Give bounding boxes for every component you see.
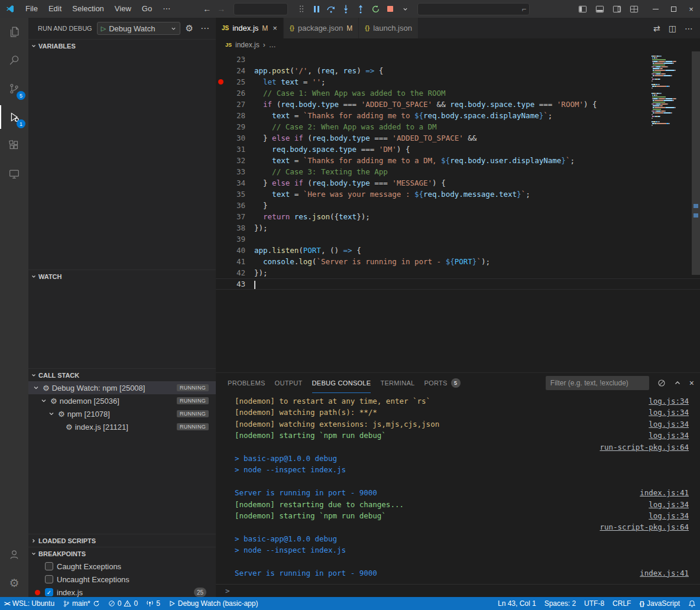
call-stack-session[interactable]: ⚙index.js [21121]RUNNING [28,420,216,433]
git-branch-status[interactable]: main* [59,597,104,610]
console-line[interactable]: [nodemon] watching path(s): **/*log.js:3… [235,407,700,418]
console-line[interactable]: > node --inspect index.js [235,544,700,556]
call-stack-session[interactable]: ⚙nodemon [25036]RUNNING [28,394,216,407]
section-variables[interactable]: VARIABLES [28,39,216,52]
extensions-icon[interactable] [0,131,28,160]
encoding-status[interactable]: UTF-8 [580,597,608,610]
section-breakpoints[interactable]: BREAKPOINTS [28,547,216,560]
code-line-41[interactable]: 41 console.log(`Server is running in por… [216,256,700,267]
console-source-link[interactable]: log.js:34 [649,418,689,430]
clear-console-icon[interactable] [657,379,666,387]
panel-tab-ports[interactable]: PORTS5 [424,373,460,393]
tab-package.json[interactable]: {}package.jsonM [284,18,359,38]
back-arrow-icon[interactable]: ← [203,4,211,14]
menu-go[interactable]: Go [137,2,157,15]
code-line-31[interactable]: 31 req.body.space.type === 'DM') { [216,144,700,155]
start-debugging-icon[interactable]: ▷ [101,25,106,33]
editor-scrollbar[interactable] [692,51,700,275]
debug-gear-icon[interactable]: ⚙ [184,23,195,34]
explorer-icon[interactable] [0,18,28,46]
tab-launch.json[interactable]: {}launch.json [359,18,419,38]
console-line[interactable]: [nodemon] watching extensions: js,mjs,cj… [235,418,700,430]
tab-close-icon[interactable]: × [273,24,277,33]
console-line[interactable]: [nodemon] restarting due to changes...lo… [235,499,700,510]
toolbar-grip-icon[interactable] [296,3,307,15]
minimize-button[interactable] [647,0,665,18]
section-loaded-scripts[interactable]: LOADED SCRIPTS [28,534,216,547]
console-source-link[interactable]: log.js:34 [649,430,689,441]
source-control-icon[interactable]: 5 [0,74,28,103]
breadcrumb-more[interactable]: … [269,41,276,49]
console-line[interactable] [235,476,700,487]
console-line[interactable]: Server is running in port - 9000index.js… [235,567,700,579]
call-stack-session[interactable]: ⚙npm [21078]RUNNING [28,407,216,420]
command-center-search[interactable]: ⌐ [417,3,530,15]
breakpoint-checkbox[interactable]: ✓ [45,588,53,596]
accounts-icon[interactable] [0,540,28,569]
toggle-secondary-sidebar-icon[interactable] [612,5,621,14]
code-line-43[interactable]: 43 [216,278,700,290]
step-out-icon[interactable] [355,3,366,15]
panel-tab-problems[interactable]: PROBLEMS [228,373,265,393]
console-source-link[interactable]: log.js:34 [649,510,689,521]
menu-selection[interactable]: Selection [67,2,109,15]
breakpoint-icon[interactable] [218,79,223,85]
forward-arrow-icon[interactable]: → [217,4,225,14]
notifications-bell[interactable] [684,597,700,610]
breakpoint-checkbox[interactable] [45,575,53,583]
console-line[interactable]: > basic-app@1.0.0 debug [235,533,700,544]
settings-gear-icon[interactable]: ⚙ [0,569,28,597]
code-editor[interactable]: 2324app.post('/', (req, res) => {25 let … [216,51,700,372]
console-source-link[interactable]: run-script-pkg.js:64 [599,521,689,533]
forwarded-ports-status[interactable]: 5 [142,597,164,610]
code-line-30[interactable]: 30 } else if (req.body.type === 'ADDED_T… [216,132,700,144]
editor-more-actions-icon[interactable]: ⋯ [685,24,693,33]
code-line-36[interactable]: 36 } [216,200,700,211]
console-source-link[interactable]: index.js:41 [640,567,689,579]
tab-index.js[interactable]: JSindex.jsM× [216,18,284,38]
maximize-button[interactable] [665,0,682,18]
code-line-40[interactable]: 40app.listen(PORT, () => { [216,245,700,256]
close-button[interactable]: × [682,0,700,18]
breadcrumb-file[interactable]: index.js [235,41,260,49]
code-line-33[interactable]: 33 // Case 3: Texting the App [216,166,700,177]
breakpoint-row[interactable]: Caught Exceptions [28,560,216,573]
maximize-panel-chevron-icon[interactable] [674,379,681,387]
panel-tab-debug-console[interactable]: DEBUG CONSOLE [312,373,371,393]
remote-indicator[interactable]: >< WSL: Ubuntu [0,597,59,610]
section-watch[interactable]: WATCH [28,270,216,283]
console-source-link[interactable]: log.js:34 [649,395,689,407]
console-source-link[interactable]: log.js:34 [649,407,689,418]
remote-explorer-icon[interactable] [0,160,28,188]
split-editor-icon[interactable]: ◫ [669,24,676,33]
debug-console[interactable]: [nodemon] to restart at any time, enter … [216,393,700,597]
panel-tab-terminal[interactable]: TERMINAL [380,373,414,393]
console-line[interactable]: [nodemon] to restart at any time, enter … [235,395,700,407]
menu-view[interactable]: View [109,2,137,15]
close-panel-icon[interactable]: × [689,378,694,388]
code-line-32[interactable]: 32 text = `Thanks for adding me to a DM,… [216,155,700,166]
console-input-row[interactable]: > [216,584,700,597]
console-line[interactable]: > node --inspect index.js [235,464,700,475]
console-line[interactable]: run-script-pkg.js:64 [235,521,700,533]
views-more-actions-icon[interactable]: ⋯ [199,23,211,34]
code-line-37[interactable]: 37 return res.json({text}); [216,211,700,222]
toggle-sidebar-icon[interactable] [578,5,587,14]
code-line-35[interactable]: 35 text = `Here was your message : ${req… [216,189,700,200]
launch-config-dropdown[interactable]: ▷ Debug Watch [97,22,180,35]
console-line[interactable] [235,556,700,567]
code-line-38[interactable]: 38}); [216,222,700,233]
code-line-29[interactable]: 29 // Case 2: When App was added to a DM [216,121,700,132]
code-line-25[interactable]: 25 let text = ''; [216,76,700,87]
call-stack-session[interactable]: ⚙Debug Watch: npm [25008]RUNNING [28,381,216,394]
console-line[interactable]: Server is running in port - 9000index.js… [235,487,700,498]
console-line[interactable]: run-script-pkg.js:64 [235,442,700,453]
restart-icon[interactable] [370,3,381,15]
cursor-position[interactable]: Ln 43, Col 1 [494,597,540,610]
toggle-panel-icon[interactable] [595,5,604,14]
breakpoint-checkbox[interactable] [45,562,53,570]
code-line-24[interactable]: 24app.post('/', (req, res) => { [216,65,700,76]
console-filter-input[interactable] [546,376,649,390]
breadcrumb[interactable]: JS index.js › … [216,38,700,51]
console-line[interactable]: [nodemon] starting `npm run debug`log.js… [235,430,700,441]
